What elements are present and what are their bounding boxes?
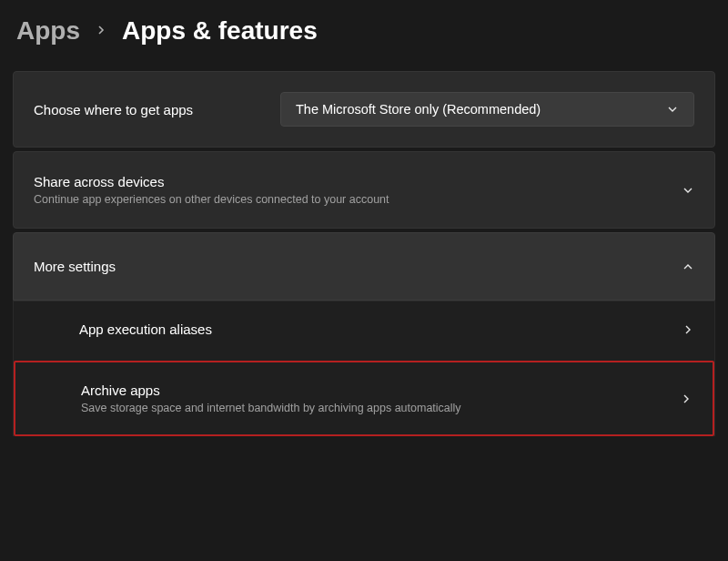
app-execution-aliases-title: App execution aliases [79,321,212,337]
chevron-right-icon [680,393,693,405]
more-settings-items: App execution aliases Archive apps Save … [13,301,715,436]
archive-apps-subtitle: Save storage space and internet bandwidt… [81,402,461,414]
chevron-right-icon [96,22,106,41]
share-devices-subtitle: Continue app experiences on other device… [34,193,389,206]
app-execution-aliases-row[interactable]: App execution aliases [14,301,714,357]
breadcrumb: Apps Apps & features [13,16,715,46]
page-title: Apps & features [122,16,318,46]
chevron-right-icon [682,323,694,336]
share-across-devices-row[interactable]: Share across devices Continue app experi… [13,151,715,229]
more-settings-header[interactable]: More settings [13,232,715,301]
chevron-down-icon [666,103,679,116]
choose-apps-source-row: Choose where to get apps The Microsoft S… [13,71,715,148]
choose-apps-dropdown[interactable]: The Microsoft Store only (Recommended) [280,92,694,127]
more-settings-title: More settings [34,259,116,274]
breadcrumb-parent[interactable]: Apps [16,16,80,46]
chevron-up-icon [682,260,694,273]
chevron-down-icon [682,184,694,197]
archive-apps-row[interactable]: Archive apps Save storage space and inte… [14,361,714,436]
share-devices-title: Share across devices [34,174,389,189]
choose-apps-selected: The Microsoft Store only (Recommended) [296,102,541,117]
choose-apps-label: Choose where to get apps [34,102,193,117]
archive-apps-title: Archive apps [81,382,461,398]
